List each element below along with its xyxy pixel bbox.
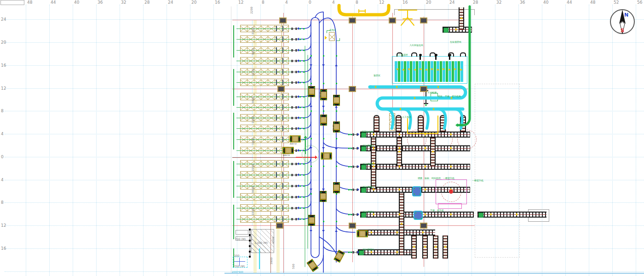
agv-status-dot: [321, 99, 322, 100]
dimension-text: 2200: [251, 164, 254, 171]
path-node-dot: [310, 110, 312, 112]
rack-end-bar: [276, 172, 277, 178]
junction-box[interactable]: [349, 17, 356, 23]
agv-vehicle[interactable]: [282, 147, 293, 154]
zone-label: 人工拣选: [402, 115, 411, 118]
agv-vehicle[interactable]: [289, 136, 300, 143]
pallet-spec-x: [234, 261, 245, 262]
dimension-text: 2200: [250, 7, 253, 14]
dimension-chain-node: [249, 240, 251, 242]
path-node-dot: [303, 207, 305, 209]
junction-box[interactable]: [277, 86, 285, 92]
rack-center-line: [236, 139, 293, 140]
ruler-top-tick: 56: [637, 0, 642, 5]
ruler-top-tick: 36: [520, 0, 525, 5]
conveyor-entry-cell: [359, 250, 364, 255]
path-node-dot: [351, 148, 352, 149]
direction-arrow-l: [396, 86, 397, 88]
conveyor-connector: [336, 161, 352, 167]
dimension-text: 3900: [270, 258, 273, 264]
agv-status-dot: [321, 124, 322, 125]
path-node-dot: [303, 28, 305, 29]
path-network-overlay: N S: [0, 0, 644, 276]
agv-status-dot: [339, 131, 339, 132]
gridline-vertical: [612, 5, 613, 276]
direction-arrow-r: [425, 213, 426, 216]
turntable-center: [449, 190, 453, 194]
conveyor-connector: [336, 209, 352, 214]
path-node-dot: [310, 55, 312, 57]
agv-vehicle[interactable]: [308, 86, 315, 97]
agv-status-dot: [357, 231, 358, 232]
junction-box[interactable]: [420, 17, 427, 23]
path-node-dot: [351, 166, 352, 167]
rack-end-bar: [282, 115, 283, 121]
junction-box[interactable]: [349, 223, 356, 229]
rack-center-line: [236, 186, 293, 186]
pin-icon: [420, 56, 421, 60]
wall-mark-green: [233, 161, 234, 198]
agv-vehicle[interactable]: [333, 182, 340, 193]
roller-conveyor: [360, 164, 470, 170]
path-node-dot: [303, 82, 305, 83]
agv-vehicle[interactable]: [306, 259, 318, 272]
agv-vehicle[interactable]: [320, 115, 327, 126]
direction-arrow-l: [297, 173, 299, 176]
direction-arrow-d: [425, 104, 427, 106]
shuttle-device[interactable]: [412, 186, 421, 196]
direction-arrow-d: [322, 230, 325, 232]
direction-arrow-d: [310, 230, 312, 232]
agv-vehicle[interactable]: [333, 95, 340, 106]
agv-vehicle[interactable]: [356, 230, 368, 237]
path-node-dot: [303, 71, 305, 73]
path-node-dot: [303, 139, 305, 140]
junction-box[interactable]: [276, 223, 283, 229]
agv-vehicle[interactable]: [334, 250, 345, 263]
rack-connector: [298, 76, 311, 82]
origin-y-label: Y: [301, 139, 303, 142]
rack-end-bar: [276, 161, 277, 167]
dimension-text: 200: [234, 254, 239, 257]
junction-box[interactable]: [349, 86, 356, 92]
rack-center-line: [236, 61, 293, 61]
dimension-text: 2200: [251, 28, 254, 34]
rack-end-bar: [282, 126, 283, 131]
direction-arrow-d: [419, 69, 422, 70]
path-node-dot: [303, 218, 305, 220]
direction-arrow-u: [402, 69, 405, 70]
dimension-text: 3000: [251, 48, 254, 55]
agv-vehicle[interactable]: [308, 215, 315, 226]
dimension-text: 2200: [251, 116, 254, 123]
agv-vehicle[interactable]: [320, 191, 327, 202]
junction-box[interactable]: [279, 17, 287, 23]
main-canvas[interactable]: N S 484440363228242016128404812162024283…: [0, 0, 644, 276]
direction-arrow-r: [425, 165, 426, 168]
gridline-horizontal: [5, 42, 644, 43]
ruler-top-tick: 40: [543, 0, 548, 5]
gridline-vertical: [167, 5, 167, 276]
gridline-horizontal: [5, 248, 644, 249]
dimension-text: 2200: [251, 208, 254, 215]
path-node-dot: [299, 39, 301, 40]
rack-center-line: [236, 118, 293, 118]
gridline-vertical: [190, 5, 190, 276]
pickup-stub: [291, 71, 297, 73]
wall-mark-green: [233, 69, 234, 106]
path-node-dot: [299, 174, 301, 176]
ruler-top-tick: 28: [473, 0, 478, 5]
rack-center-line: [236, 128, 293, 129]
pickup-stub: [291, 49, 297, 52]
origin-axis-dark: [232, 157, 296, 158]
junction-box[interactable]: [420, 223, 427, 229]
agv-load: [334, 184, 339, 190]
agv-status-dot: [314, 87, 315, 88]
direction-arrow-r: [373, 133, 375, 136]
rack-end-bar: [282, 58, 283, 63]
junction-box[interactable]: [420, 86, 427, 92]
rack-end-bar: [276, 94, 277, 99]
agv-vehicle[interactable]: [321, 153, 332, 160]
junction-box[interactable]: [389, 17, 396, 23]
ruler-top-tick: 0: [309, 0, 311, 5]
wall-mark-green: [233, 25, 234, 58]
shuttle-device[interactable]: [414, 211, 423, 220]
